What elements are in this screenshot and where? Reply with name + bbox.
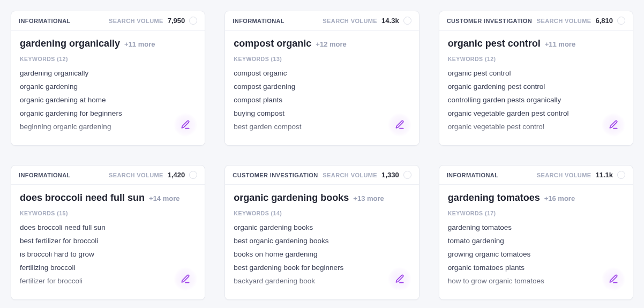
edit-button[interactable] <box>174 113 197 137</box>
select-radio[interactable] <box>189 17 197 25</box>
keywords-label: KEYWORDS <box>448 210 483 216</box>
keywords-label: KEYWORDS <box>448 56 483 62</box>
edit-icon <box>608 274 619 284</box>
keywords-count: (14) <box>271 210 282 216</box>
keyword-list: does broccoli need full sunbest fertiliz… <box>20 221 196 288</box>
select-radio[interactable] <box>617 171 625 179</box>
keyword-item[interactable]: does broccoli need full sun <box>20 221 196 234</box>
search-volume-value: 1,330 <box>381 171 399 179</box>
search-volume: SEARCH VOLUME6,810 <box>537 17 625 25</box>
cards-grid: INFORMATIONALSEARCH VOLUME7,950gardening… <box>11 11 633 300</box>
keyword-card[interactable]: CUSTOMER INVESTIGATIONSEARCH VOLUME1,330… <box>224 165 419 300</box>
edit-icon <box>608 119 619 130</box>
edit-icon <box>394 119 405 130</box>
keyword-item[interactable]: compost plants <box>234 93 410 107</box>
keyword-item[interactable]: books on home gardening <box>234 247 410 261</box>
keyword-item[interactable]: fertilizer for broccoli <box>20 274 196 288</box>
card-title: does broccoli need full sun <box>20 192 145 204</box>
keyword-item[interactable]: fertilizing broccoli <box>20 261 196 274</box>
keywords-heading: KEYWORDS (14) <box>234 210 410 216</box>
keyword-item[interactable]: organic vegetable pest control <box>448 120 624 133</box>
keywords-label: KEYWORDS <box>234 210 269 216</box>
keyword-item[interactable]: compost organic <box>234 66 410 80</box>
search-volume-label: SEARCH VOLUME <box>109 172 163 178</box>
more-count[interactable]: +16 more <box>544 194 575 202</box>
keywords-count: (12) <box>485 56 496 62</box>
select-radio[interactable] <box>617 17 625 25</box>
keywords-heading: KEYWORDS (12) <box>448 56 624 62</box>
keywords-label: KEYWORDS <box>234 56 269 62</box>
edit-icon <box>180 119 191 130</box>
keyword-item[interactable]: organic gardening for beginners <box>20 107 196 120</box>
card-body: organic gardening books+13 moreKEYWORDS … <box>225 185 418 297</box>
search-volume: SEARCH VOLUME7,950 <box>109 17 197 25</box>
keyword-item[interactable]: buying compost <box>234 107 410 120</box>
keyword-item[interactable]: gardening tomatoes <box>448 221 624 234</box>
keyword-item[interactable]: best fertilizer for broccoli <box>20 234 196 247</box>
search-volume-label: SEARCH VOLUME <box>323 18 377 24</box>
keyword-item[interactable]: tomato gardening <box>448 234 624 247</box>
keyword-item[interactable]: growing organic tomatoes <box>448 247 624 261</box>
keywords-heading: KEYWORDS (17) <box>448 210 624 216</box>
card-header: CUSTOMER INVESTIGATIONSEARCH VOLUME1,330 <box>225 166 418 185</box>
more-count[interactable]: +12 more <box>316 40 346 48</box>
card-header: INFORMATIONALSEARCH VOLUME14.3k <box>225 11 418 31</box>
keyword-item[interactable]: organic tomatoes plants <box>448 261 624 274</box>
select-radio[interactable] <box>403 17 411 25</box>
edit-icon <box>394 274 405 284</box>
keyword-item[interactable]: organic gardening <box>20 80 196 93</box>
search-volume-label: SEARCH VOLUME <box>323 172 377 178</box>
keyword-item[interactable]: controlling garden pests organically <box>448 93 624 107</box>
search-volume: SEARCH VOLUME14.3k <box>323 17 411 25</box>
select-radio[interactable] <box>403 171 411 179</box>
keyword-item[interactable]: backyard gardening book <box>234 274 410 288</box>
card-body: gardening organically+11 moreKEYWORDS (1… <box>11 31 205 143</box>
edit-icon <box>180 274 191 284</box>
keyword-card[interactable]: INFORMATIONALSEARCH VOLUME7,950gardening… <box>11 11 205 146</box>
search-volume-value: 1,420 <box>168 171 185 179</box>
intent-label: CUSTOMER INVESTIGATION <box>233 172 318 178</box>
edit-button[interactable] <box>388 113 411 137</box>
more-count[interactable]: +13 more <box>353 194 384 202</box>
card-body: does broccoli need full sun+14 moreKEYWO… <box>11 185 205 297</box>
keyword-item[interactable]: organic pest control <box>448 66 624 80</box>
keyword-item[interactable]: organic gardening books <box>234 221 410 234</box>
card-title: compost organic <box>234 38 311 49</box>
keyword-card[interactable]: INFORMATIONALSEARCH VOLUME11.1kgardening… <box>439 165 633 300</box>
edit-button[interactable] <box>602 267 625 291</box>
search-volume-value: 14.3k <box>381 17 399 25</box>
more-count[interactable]: +11 more <box>124 40 155 48</box>
more-count[interactable]: +14 more <box>149 194 179 202</box>
card-title: organic pest control <box>448 38 541 49</box>
keyword-card[interactable]: CUSTOMER INVESTIGATIONSEARCH VOLUME6,810… <box>439 11 633 146</box>
keyword-card[interactable]: INFORMATIONALSEARCH VOLUME14.3kcompost o… <box>224 11 419 146</box>
keyword-item[interactable]: organic vegetable garden pest control <box>448 107 624 120</box>
title-row: gardening tomatoes+16 more <box>448 192 624 204</box>
keyword-item[interactable]: organic gardening pest control <box>448 80 624 93</box>
more-count[interactable]: +11 more <box>545 40 575 48</box>
search-volume: SEARCH VOLUME1,420 <box>109 171 197 179</box>
keyword-item[interactable]: beginning organic gardening <box>20 120 196 133</box>
keyword-item[interactable]: best gardening book for beginners <box>234 261 410 274</box>
keyword-item[interactable]: compost gardening <box>234 80 410 93</box>
card-body: organic pest control+11 moreKEYWORDS (12… <box>439 31 633 143</box>
keywords-count: (13) <box>271 56 282 62</box>
intent-label: INFORMATIONAL <box>447 172 499 178</box>
keyword-item[interactable]: how to grow organic tomatoes <box>448 274 624 288</box>
keyword-item[interactable]: best garden compost <box>234 120 410 133</box>
keyword-item[interactable]: best organic gardening books <box>234 234 410 247</box>
edit-button[interactable] <box>174 267 197 291</box>
keyword-item[interactable]: is broccoli hard to grow <box>20 247 196 261</box>
card-title: organic gardening books <box>234 192 349 204</box>
search-volume-value: 6,810 <box>595 17 613 25</box>
search-volume: SEARCH VOLUME1,330 <box>323 171 411 179</box>
card-header: INFORMATIONALSEARCH VOLUME1,420 <box>11 166 205 185</box>
keyword-card[interactable]: INFORMATIONALSEARCH VOLUME1,420does broc… <box>11 165 205 300</box>
keywords-count: (15) <box>57 210 68 216</box>
keyword-item[interactable]: organic gardening at home <box>20 93 196 107</box>
edit-button[interactable] <box>388 267 411 291</box>
keyword-item[interactable]: gardening organically <box>20 66 196 80</box>
keywords-count: (12) <box>57 56 68 62</box>
select-radio[interactable] <box>189 171 197 179</box>
edit-button[interactable] <box>602 113 625 137</box>
